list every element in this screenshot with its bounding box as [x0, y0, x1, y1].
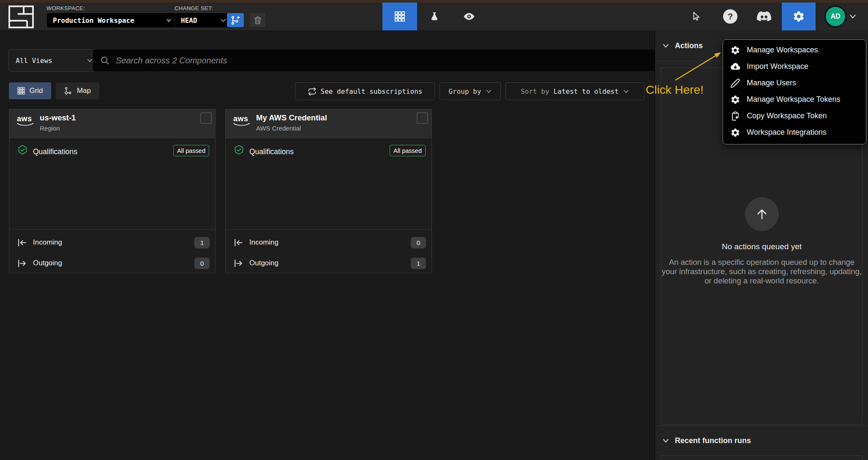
- flask-icon: [429, 11, 440, 22]
- sort-by-value: Latest to oldest: [554, 87, 619, 95]
- map-view-button[interactable]: Map: [56, 82, 99, 99]
- onboarding-pointer-button[interactable]: [687, 7, 706, 26]
- grid-icon: [394, 11, 406, 22]
- menu-item-manage-workspaces[interactable]: Manage Workspaces: [723, 42, 866, 58]
- system-initiative-logo[interactable]: [8, 5, 34, 28]
- search-input[interactable]: [115, 55, 650, 66]
- settings-menu-button[interactable]: [782, 3, 816, 30]
- discord-icon: [757, 9, 771, 24]
- chevron-down-icon: [486, 88, 492, 95]
- tab-lab[interactable]: [417, 3, 452, 30]
- eye-icon: [463, 10, 475, 23]
- cloud-download-icon: [730, 62, 740, 72]
- create-change-set-button[interactable]: [227, 13, 244, 27]
- workspace-select[interactable]: Production Workspace: [46, 13, 177, 28]
- actions-empty-title: No actions queued yet: [722, 242, 802, 251]
- search-icon: [100, 55, 110, 65]
- aws-logo: aws: [233, 115, 253, 127]
- group-by-select[interactable]: Group by: [439, 82, 501, 100]
- aws-logo-text: aws: [233, 115, 253, 122]
- gear-icon: [730, 45, 740, 55]
- incoming-label: Incoming: [33, 238, 62, 247]
- qualifications-row[interactable]: Qualifications All passed: [9, 144, 215, 163]
- qualification-check-icon: [17, 144, 28, 156]
- menu-item-label: Manage Workspace Tokens: [747, 95, 840, 104]
- top-bar: WORKSPACE: Production Workspace › CHANGE…: [0, 3, 868, 31]
- default-subscriptions-button[interactable]: See default subscriptions: [295, 82, 435, 100]
- component-card[interactable]: aws us-west-1 Region Qualifications All …: [9, 109, 216, 273]
- annotation-arrow: [672, 47, 727, 84]
- gear-icon: [730, 95, 740, 105]
- chevron-down-icon: [87, 57, 93, 64]
- settings-dropdown-menu: Manage Workspaces Import Workspace Manag…: [723, 39, 866, 144]
- views-value: All Views: [16, 57, 52, 65]
- outgoing-label: Outgoing: [249, 259, 278, 267]
- menu-item-manage-workspace-tokens[interactable]: Manage Workspace Tokens: [723, 91, 866, 108]
- card-checkbox[interactable]: [417, 112, 428, 124]
- recent-function-runs-title: Recent function runs: [675, 436, 751, 445]
- actions-empty-description: An action is a specific operation queued…: [662, 258, 862, 286]
- tab-grid-view[interactable]: [382, 3, 417, 30]
- annotation-text: Click Here!: [646, 83, 704, 97]
- outgoing-row[interactable]: Outgoing 0: [9, 255, 215, 273]
- group-by-label: Group by: [448, 87, 481, 95]
- aws-logo-text: aws: [17, 115, 36, 122]
- menu-item-copy-workspace-token[interactable]: Copy Workspace Token: [723, 108, 866, 124]
- discord-button[interactable]: [755, 7, 773, 26]
- default-subscriptions-label: See default subscriptions: [321, 87, 423, 95]
- changeset-select[interactable]: HEAD: [175, 13, 231, 28]
- card-title: My AWS Credential: [256, 113, 327, 122]
- menu-item-manage-users[interactable]: Manage Users: [723, 75, 866, 91]
- arrow-up-icon: [755, 207, 769, 221]
- help-button[interactable]: ?: [721, 7, 740, 26]
- views-select[interactable]: All Views: [8, 49, 99, 72]
- card-subtitle: Region: [40, 125, 60, 132]
- incoming-count: 0: [411, 237, 426, 248]
- component-card[interactable]: aws My AWS Credential AWS Credential Qua…: [225, 109, 432, 273]
- grid-view-button[interactable]: Grid: [9, 82, 51, 99]
- card-divider: [226, 229, 431, 230]
- incoming-label: Incoming: [249, 238, 278, 247]
- map-graph-icon: [64, 87, 73, 95]
- menu-item-label: Manage Users: [747, 79, 796, 87]
- menu-item-import-workspace[interactable]: Import Workspace: [723, 58, 866, 75]
- abandon-change-set-button[interactable]: [250, 13, 265, 27]
- qualification-check-icon: [233, 144, 245, 156]
- avatar[interactable]: AD: [826, 7, 845, 26]
- qualification-status-badge: All passed: [390, 145, 426, 156]
- tab-audit[interactable]: [452, 3, 486, 30]
- incoming-row[interactable]: Incoming 0: [226, 234, 431, 253]
- chevron-down-icon: [662, 437, 669, 444]
- profile-dropdown-button[interactable]: [843, 7, 862, 26]
- menu-item-label: Workspace Integrations: [747, 128, 827, 137]
- cursor-pointer-icon: [691, 11, 702, 22]
- chevron-down-icon: [623, 88, 629, 95]
- qualifications-label: Qualifications: [33, 147, 77, 156]
- recent-function-runs-header[interactable]: Recent function runs: [655, 425, 868, 455]
- card-checkbox[interactable]: [200, 112, 212, 124]
- aws-smile-icon: [17, 122, 34, 127]
- incoming-arrow-icon: [233, 237, 244, 248]
- outgoing-row[interactable]: Outgoing 1: [226, 255, 431, 273]
- menu-item-label: Manage Workspaces: [747, 46, 818, 54]
- logo-icon: [8, 5, 34, 28]
- incoming-row[interactable]: Incoming 1: [9, 234, 215, 253]
- card-subtitle: AWS Credential: [256, 125, 301, 132]
- gear-icon: [730, 128, 740, 138]
- sort-by-select[interactable]: Sort by Latest to oldest: [505, 82, 644, 100]
- outgoing-count: 1: [411, 258, 426, 269]
- map-view-label: Map: [77, 87, 91, 95]
- outgoing-arrow-icon: [17, 258, 27, 269]
- qualifications-row[interactable]: Qualifications All passed: [226, 144, 431, 163]
- up-arrow-circle: [745, 197, 779, 231]
- incoming-arrow-icon: [17, 237, 27, 248]
- recent-function-runs-box: [661, 455, 863, 460]
- sort-by-prefix: Sort by: [521, 87, 549, 95]
- changeset-label: CHANGE SET:: [175, 5, 213, 11]
- menu-item-workspace-integrations[interactable]: Workspace Integrations: [723, 124, 866, 141]
- git-branch-plus-icon: [230, 15, 240, 25]
- search-bar[interactable]: [93, 49, 658, 72]
- menu-item-label: Import Workspace: [747, 62, 808, 71]
- card-header: aws us-west-1 Region: [9, 109, 215, 138]
- trash-icon: [253, 16, 262, 25]
